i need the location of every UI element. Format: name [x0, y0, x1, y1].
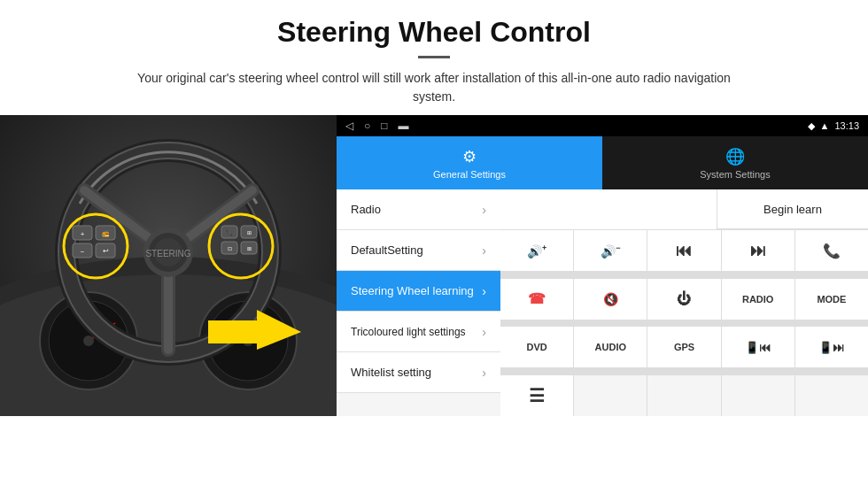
steering-wheel-image: STEERING + − 📻 ↩ 📞 ⊞ ⊡: [0, 115, 337, 416]
wifi-status-icon: ▲: [820, 120, 830, 131]
main-area: STEERING + − 📻 ↩ 📞 ⊞ ⊡: [0, 115, 868, 416]
gps-status-icon: ◆: [808, 120, 815, 132]
android-body: Radio › DefaultSetting › Steering Wheel …: [337, 189, 868, 416]
menu-default-label: DefaultSetting: [351, 243, 423, 257]
menu-radio-label: Radio: [351, 203, 381, 216]
header-section: Steering Wheel Control Your original car…: [0, 0, 868, 115]
vol-up-button[interactable]: 🔊+: [500, 230, 573, 271]
tab-system-settings[interactable]: 🌐 System Settings: [602, 136, 868, 189]
src-prev-button[interactable]: 📱⏮: [722, 327, 794, 367]
menu-item-tricoloured[interactable]: Tricoloured light settings ›: [337, 312, 500, 352]
title-divider: [418, 56, 450, 58]
call-button[interactable]: 📞: [795, 230, 868, 271]
svg-text:STEERING: STEERING: [145, 249, 190, 258]
menu-lines-icon: ☰: [529, 385, 545, 406]
screenshot-icon[interactable]: ▬: [399, 120, 409, 132]
gps-button[interactable]: GPS: [647, 327, 720, 367]
steering-wheel-svg: STEERING + − 📻 ↩ 📞 ⊞ ⊡: [0, 115, 337, 416]
recent-icon[interactable]: □: [381, 120, 387, 132]
empty-cell-3: [722, 375, 794, 416]
chevron-icon: ›: [482, 325, 486, 339]
begin-learn-button[interactable]: Begin learn: [717, 189, 868, 229]
controls-top-row: Begin learn: [500, 189, 868, 230]
tab-general-settings[interactable]: ⚙ General Settings: [337, 136, 602, 189]
svg-text:⊠: ⊠: [247, 246, 252, 251]
empty-space: [500, 189, 717, 229]
empty-cell-1: [574, 375, 647, 416]
page-title: Steering Wheel Control: [53, 16, 815, 49]
src-next-button[interactable]: 📱⏭: [795, 327, 868, 367]
dvd-label: DVD: [526, 342, 546, 352]
src-next-icon: 📱⏭: [818, 341, 844, 354]
next-track-button[interactable]: ⏭: [722, 230, 794, 271]
chevron-icon: ›: [482, 284, 486, 298]
chevron-icon: ›: [482, 203, 486, 217]
src-prev-icon: 📱⏮: [745, 341, 771, 354]
controls-column: Begin learn 🔊+ 🔊− ⏮: [500, 189, 868, 416]
menu-item-whitelist[interactable]: Whitelist setting ›: [337, 352, 500, 393]
home-icon[interactable]: ○: [364, 120, 370, 132]
hang-up-icon: ☎: [528, 290, 546, 307]
chevron-icon: ›: [482, 243, 486, 258]
vol-up-icon: 🔊+: [527, 243, 546, 258]
menu-column: Radio › DefaultSetting › Steering Wheel …: [337, 189, 500, 416]
controls-grid: 🔊+ 🔊− ⏮ ⏭ 📞: [500, 230, 868, 374]
svg-rect-43: [208, 320, 260, 343]
page-wrapper: Steering Wheel Control Your original car…: [0, 0, 868, 486]
bottom-row: ☰: [500, 374, 868, 416]
status-icons-left: ◁ ○ □ ▬: [345, 120, 409, 132]
mute-icon: 🔇: [603, 292, 618, 306]
svg-text:📞: 📞: [226, 228, 234, 236]
svg-text:−: −: [81, 248, 85, 256]
menu-item-steering-wheel[interactable]: Steering Wheel learning ›: [337, 271, 500, 312]
gps-label: GPS: [674, 342, 694, 352]
prev-track-icon: ⏮: [676, 242, 692, 260]
tab-general-label: General Settings: [433, 169, 506, 180]
svg-text:⊞: ⊞: [247, 230, 252, 235]
svg-text:+: +: [81, 230, 85, 238]
svg-text:⊡: ⊡: [228, 246, 232, 251]
tab-system-label: System Settings: [700, 169, 770, 180]
status-bar: ◁ ○ □ ▬ ◆ ▲ 13:13: [337, 115, 868, 136]
hang-up-button[interactable]: ☎: [500, 279, 573, 320]
chevron-icon: ›: [482, 366, 486, 380]
menu-tricoloured-label: Tricoloured light settings: [351, 326, 466, 338]
gear-tab-icon: ⚙: [462, 147, 477, 166]
android-ui: ◁ ○ □ ▬ ◆ ▲ 13:13 ⚙ General Settings: [337, 115, 868, 416]
status-right: ◆ ▲ 13:13: [808, 120, 859, 132]
vol-down-button[interactable]: 🔊−: [574, 230, 647, 271]
empty-cell-4: [795, 375, 868, 416]
clock: 13:13: [834, 120, 859, 131]
next-track-icon: ⏭: [750, 242, 766, 260]
back-icon[interactable]: ◁: [345, 120, 353, 132]
prev-track-button[interactable]: ⏮: [647, 230, 720, 271]
radio-label: RADIO: [742, 294, 773, 305]
audio-button[interactable]: AUDIO: [574, 327, 647, 367]
svg-text:📻: 📻: [102, 229, 110, 237]
menu-item-radio[interactable]: Radio ›: [337, 189, 500, 230]
mute-button[interactable]: 🔇: [574, 279, 647, 320]
svg-text:↩: ↩: [103, 247, 109, 255]
mode-label: MODE: [817, 294, 846, 305]
dvd-button[interactable]: DVD: [500, 327, 573, 367]
menu-whitelist-label: Whitelist setting: [351, 366, 431, 379]
power-icon: ⏻: [677, 291, 691, 307]
vol-down-icon: 🔊−: [601, 243, 620, 258]
subtitle: Your original car's steering wheel contr…: [124, 69, 744, 106]
tab-bar: ⚙ General Settings 🌐 System Settings: [337, 136, 868, 189]
radio-button[interactable]: RADIO: [722, 279, 794, 320]
menu-icon-button[interactable]: ☰: [500, 375, 573, 416]
power-button[interactable]: ⏻: [647, 279, 720, 320]
empty-cell-2: [647, 375, 720, 416]
mode-button[interactable]: MODE: [795, 279, 868, 320]
svg-point-6: [83, 336, 94, 346]
menu-steering-label: Steering Wheel learning: [351, 284, 474, 297]
audio-label: AUDIO: [595, 342, 626, 352]
call-icon: 📞: [823, 243, 841, 259]
globe-tab-icon: 🌐: [725, 147, 745, 166]
menu-item-default-setting[interactable]: DefaultSetting ›: [337, 230, 500, 271]
